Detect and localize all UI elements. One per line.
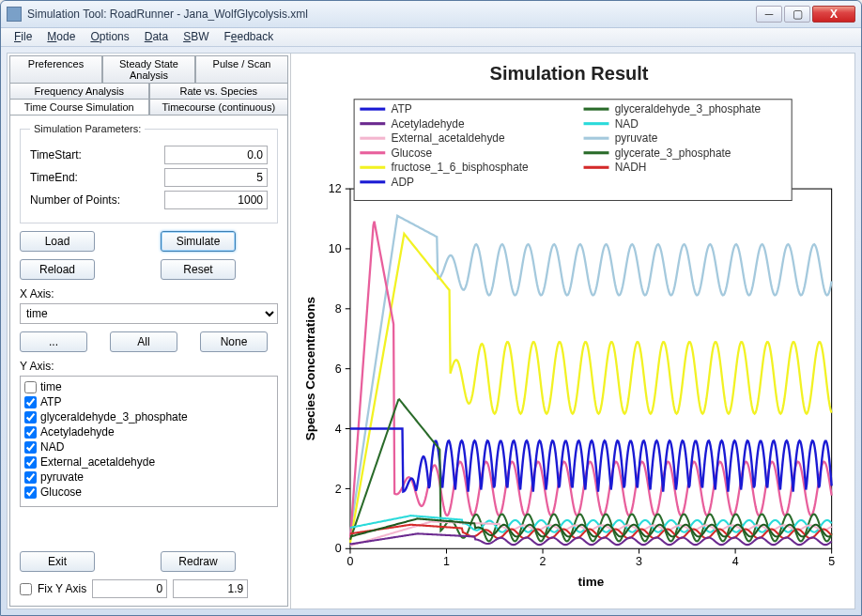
yaxis-item[interactable]: External_acetaldehyde (24, 454, 273, 470)
menu-file[interactable]: File (7, 28, 39, 45)
xaxis-label: X Axis: (20, 287, 278, 300)
menu-data[interactable]: Data (137, 28, 176, 45)
app-window: Simulation Tool: RoadRunner - Jana_WolfG… (0, 0, 862, 616)
chart-title: Simulation Result (297, 63, 841, 85)
tab-rate-species[interactable]: Rate vs. Species (149, 83, 289, 100)
chart-panel: Simulation Result 012345024681012timeSpe… (291, 54, 854, 608)
fix-y-hi-input[interactable] (173, 579, 248, 598)
yaxis-item[interactable]: NAD (24, 439, 273, 454)
redraw-button[interactable]: Redraw (161, 551, 236, 572)
svg-text:1: 1 (443, 555, 450, 568)
svg-text:NAD: NAD (615, 117, 639, 131)
timestart-input[interactable] (164, 146, 268, 164)
simulate-button[interactable]: Simulate (161, 231, 236, 252)
tab-preferences[interactable]: Preferences (9, 55, 102, 84)
sim-params-group: Simulation Parameters: TimeStart: TimeEn… (20, 123, 278, 223)
svg-text:10: 10 (329, 243, 342, 256)
yaxis-item[interactable]: ATP (24, 394, 273, 409)
yaxis-item-label: pyruvate (40, 470, 84, 484)
svg-text:2: 2 (540, 555, 546, 568)
svg-text:8: 8 (335, 302, 342, 316)
yaxis-item-label: ATP (40, 395, 61, 408)
reload-button[interactable]: Reload (20, 259, 95, 280)
svg-text:External_acetaldehyde: External_acetaldehyde (391, 132, 505, 146)
svg-text:ATP: ATP (391, 103, 411, 116)
svg-text:2: 2 (335, 483, 342, 496)
fix-y-label: Fix Y Axis (38, 582, 86, 595)
tab-timecourse-cont[interactable]: Timecourse (continuous) (149, 99, 289, 116)
none-button[interactable]: None (200, 331, 268, 352)
window-title: Simulation Tool: RoadRunner - Jana_WolfG… (27, 8, 754, 21)
minimize-button[interactable]: ─ (756, 6, 782, 23)
yaxis-checkbox[interactable] (24, 456, 37, 469)
chart-svg: 012345024681012timeSpecies Concentration… (297, 90, 841, 599)
svg-text:fructose_1_6_bisphosphate: fructose_1_6_bisphosphate (391, 162, 529, 175)
svg-text:time: time (577, 575, 604, 589)
yaxis-item-label: glyceraldehyde_3_phosphate (40, 410, 188, 424)
plot-area: 012345024681012timeSpecies Concentration… (297, 90, 841, 599)
yaxis-item[interactable]: Glucose (24, 485, 273, 500)
yaxis-checkbox[interactable] (24, 486, 37, 499)
svg-text:0: 0 (335, 543, 342, 556)
timestart-label: TimeStart: (30, 148, 164, 162)
yaxis-item[interactable]: Acetyladehyde (24, 424, 273, 439)
svg-text:pyruvate: pyruvate (615, 132, 658, 146)
svg-text:4: 4 (335, 423, 342, 436)
tab-time-course[interactable]: Time Course Simulation (9, 99, 149, 116)
yaxis-item-label: External_acetaldehyde (40, 455, 155, 469)
yaxis-item[interactable]: glyceraldehyde_3_phosphate (24, 409, 273, 424)
svg-text:ADP: ADP (391, 176, 414, 189)
yaxis-item-label: Glucose (40, 485, 82, 499)
yaxis-checkbox[interactable] (24, 441, 37, 454)
menu-mode[interactable]: Mode (39, 28, 83, 45)
fix-y-lo-input[interactable] (92, 579, 167, 598)
menu-options[interactable]: Options (83, 28, 136, 45)
tab-pulse-scan[interactable]: Pulse / Scan (195, 55, 288, 84)
yaxis-checkbox[interactable] (24, 471, 37, 484)
yaxis-item-label: Acetyladehyde (40, 425, 115, 439)
titlebar[interactable]: Simulation Tool: RoadRunner - Jana_WolfG… (1, 1, 861, 28)
xaxis-select[interactable]: time (20, 303, 278, 324)
yaxis-checkbox[interactable] (24, 426, 37, 439)
tab-frequency[interactable]: Frequency Analysis (9, 83, 149, 100)
control-panel: Preferences Steady State Analysis Pulse … (8, 54, 291, 608)
svg-text:5: 5 (828, 555, 835, 568)
svg-text:0: 0 (347, 555, 354, 568)
timeend-input[interactable] (164, 168, 268, 187)
dots-button[interactable]: ... (20, 331, 87, 352)
app-icon (7, 7, 22, 22)
reset-button[interactable]: Reset (161, 259, 236, 280)
menu-sbw[interactable]: SBW (176, 28, 216, 45)
svg-text:3: 3 (636, 555, 642, 568)
svg-text:glyceraldehyde_3_phosphate: glyceraldehyde_3_phosphate (615, 103, 762, 116)
svg-text:Glucose: Glucose (391, 146, 432, 160)
svg-text:4: 4 (732, 555, 739, 568)
yaxis-label: Y Axis: (20, 360, 278, 373)
tab-steady-state[interactable]: Steady State Analysis (102, 55, 195, 84)
svg-text:Species Concentrations: Species Concentrations (303, 297, 317, 440)
yaxis-item-label: NAD (40, 440, 64, 454)
all-button[interactable]: All (110, 331, 177, 352)
yaxis-item[interactable]: time (24, 379, 273, 394)
yaxis-item[interactable]: pyruvate (24, 470, 273, 485)
fix-y-checkbox[interactable] (20, 583, 32, 595)
svg-text:6: 6 (335, 362, 342, 376)
close-button[interactable]: X (812, 6, 855, 23)
menubar: File Mode Options Data SBW Feedback (1, 28, 861, 48)
menu-feedback[interactable]: Feedback (216, 28, 281, 45)
load-button[interactable]: Load (20, 231, 95, 252)
timeend-label: TimeEnd: (30, 171, 164, 184)
yaxis-checkbox[interactable] (24, 396, 37, 408)
yaxis-listbox[interactable]: timeATPglyceraldehyde_3_phosphateAcetyla… (20, 376, 278, 507)
maximize-button[interactable]: ▢ (784, 6, 810, 23)
yaxis-checkbox[interactable] (24, 411, 37, 424)
tab-body: Simulation Parameters: TimeStart: TimeEn… (9, 115, 288, 607)
svg-text:12: 12 (329, 183, 342, 196)
numpoints-input[interactable] (164, 191, 268, 209)
svg-text:NADH: NADH (615, 162, 647, 175)
exit-button[interactable]: Exit (20, 551, 95, 572)
sim-params-legend: Simulation Parameters: (30, 123, 145, 134)
svg-text:Acetyladehyde: Acetyladehyde (391, 117, 464, 131)
svg-text:glycerate_3_phosphate: glycerate_3_phosphate (615, 146, 731, 160)
yaxis-checkbox[interactable] (24, 381, 37, 393)
